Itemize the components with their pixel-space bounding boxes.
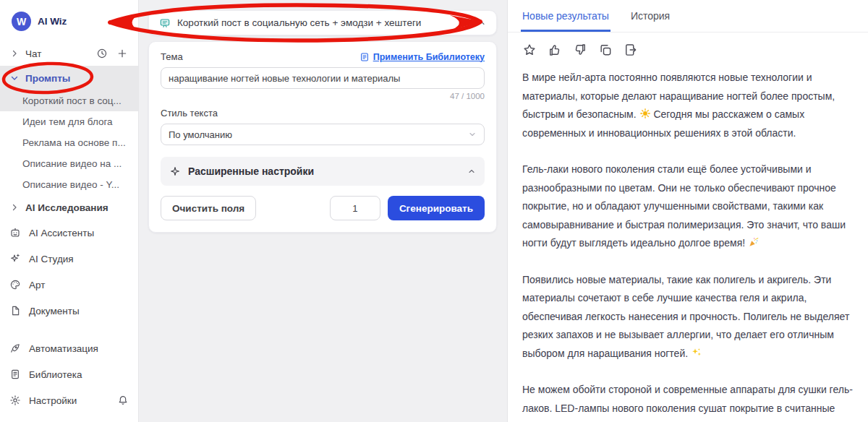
prompt-form: Тема Применить Бибилиотеку 47 / 1000 Сти…	[148, 41, 497, 233]
chevron-right-icon	[10, 49, 19, 58]
sidebar-item-prompts[interactable]: Промпты	[0, 66, 138, 90]
chevron-up-icon[interactable]	[477, 19, 486, 27]
document-icon	[9, 305, 21, 316]
sidebar-item-ai-studio[interactable]: AI Студия	[0, 246, 138, 272]
diamond-sparkle-icon	[169, 165, 181, 177]
prompt-panel: Короткий пост в социальную сеть + эмодзи…	[139, 0, 507, 422]
sidebar-item-automation[interactable]: Автоматизация	[0, 335, 138, 361]
sun-emoji	[639, 108, 651, 119]
result-paragraph: Появились новые материалы, такие как пол…	[522, 271, 854, 363]
sidebar-item-documents[interactable]: Документы	[0, 298, 138, 324]
sidebar-item-ai-research[interactable]: AI Исследования	[0, 195, 138, 220]
results-panel: Новые результаты История	[507, 0, 868, 422]
bell-icon[interactable]	[117, 395, 129, 406]
advanced-settings-toggle[interactable]: Расширенные настройки	[161, 157, 485, 186]
sidebar-prompt-item-blog-ideas[interactable]: Идеи тем для блога	[0, 111, 138, 132]
logo-icon: W	[12, 12, 31, 31]
sidebar-item-art[interactable]: Арт	[0, 272, 138, 298]
thumbs-down-icon[interactable]	[573, 43, 587, 57]
chevron-down-icon	[10, 74, 19, 82]
sidebar-item-label: Промпты	[25, 73, 70, 84]
chevron-right-icon	[10, 203, 19, 212]
party-popper-emoji	[748, 236, 760, 248]
chevron-down-icon	[468, 130, 477, 139]
result-toolbar	[522, 43, 854, 57]
robot-icon	[9, 227, 21, 238]
sidebar-item-label: Документы	[29, 306, 80, 316]
palette-icon	[9, 279, 21, 290]
sidebar-item-library[interactable]: Библиотека	[0, 361, 138, 387]
sidebar-prompt-item-ad[interactable]: Реклама на основе п...	[0, 132, 138, 153]
prompt-header[interactable]: Короткий пост в социальную сеть + эмодзи…	[148, 10, 497, 35]
char-counter: 47 / 1000	[161, 92, 485, 100]
generation-count-input[interactable]	[330, 196, 380, 220]
sidebar-prompt-item-short-post[interactable]: Короткий пост в соц...	[0, 90, 138, 111]
sidebar-prompt-item-video-desc-1[interactable]: Описание видео на ...	[0, 153, 138, 174]
history-clock-icon[interactable]	[96, 48, 108, 59]
sidebar-nav: Чат Промпты Короткий пост в	[0, 41, 138, 422]
app-window: W AI Wiz Чат	[0, 0, 868, 422]
generated-text: В мире нейл-арта постоянно появляются но…	[522, 69, 854, 422]
advanced-settings-label: Расширенные настройки	[188, 165, 460, 177]
sidebar-item-label: AI Студия	[29, 254, 74, 264]
sidebar-prompt-item-video-desc-2[interactable]: Описание видео - Y...	[0, 174, 138, 195]
library-note-icon	[359, 52, 370, 62]
clear-fields-button[interactable]: Очистить поля	[161, 196, 256, 220]
sidebar-item-label: AI Исследования	[25, 202, 109, 213]
rocket-icon	[9, 343, 21, 354]
sidebar-item-label: AI Ассистенты	[29, 228, 94, 238]
app-name: AI Wiz	[38, 16, 67, 27]
style-label: Стиль текста	[161, 108, 485, 119]
star-icon[interactable]	[522, 43, 537, 57]
sparkles-emoji	[691, 347, 702, 358]
results-tabs: Новые результаты История	[508, 0, 868, 33]
board-icon	[159, 17, 171, 29]
gear-icon	[9, 395, 21, 406]
sparkle-icon	[9, 253, 21, 264]
book-icon	[9, 369, 21, 380]
sidebar-item-label: Настройки	[29, 395, 77, 406]
sidebar-item-label: Арт	[29, 280, 45, 290]
new-chat-plus-icon[interactable]	[116, 48, 128, 59]
sidebar-item-chat[interactable]: Чат	[0, 41, 138, 66]
apply-library-link[interactable]: Применить Бибилиотеку	[359, 52, 485, 62]
export-icon[interactable]	[624, 43, 638, 57]
style-select-value: По умолчанию	[169, 129, 232, 140]
sidebar-item-label: Чат	[25, 48, 41, 59]
tab-history[interactable]: История	[629, 0, 671, 32]
results-content: В мире нейл-арта постоянно появляются но…	[508, 33, 868, 422]
chevron-up-icon	[467, 167, 476, 176]
sidebar-item-ai-assistants[interactable]: AI Ассистенты	[0, 220, 138, 246]
thumbs-up-icon[interactable]	[548, 43, 562, 57]
sidebar-item-label: Библиотека	[29, 369, 82, 380]
app-logo[interactable]: W AI Wiz	[0, 0, 138, 41]
style-select[interactable]: По умолчанию	[161, 124, 485, 145]
sidebar-item-label: Автоматизация	[29, 343, 98, 354]
topic-label: Тема	[161, 51, 183, 62]
sidebar: W AI Wiz Чат	[0, 0, 139, 422]
result-paragraph: В мире нейл-арта постоянно появляются но…	[522, 69, 854, 142]
copy-icon[interactable]	[598, 43, 613, 57]
sidebar-item-settings[interactable]: Настройки	[0, 387, 138, 413]
prompt-title: Короткий пост в социальную сеть + эмодзи…	[177, 17, 471, 28]
result-paragraph: Не можем обойти стороной и современные а…	[522, 381, 854, 422]
tab-new-results[interactable]: Новые результаты	[521, 0, 610, 32]
topic-input[interactable]	[161, 67, 485, 89]
result-paragraph: Гель-лаки нового поколения стали ещё бол…	[522, 160, 854, 253]
generate-button[interactable]: Сгенерировать	[388, 196, 485, 220]
